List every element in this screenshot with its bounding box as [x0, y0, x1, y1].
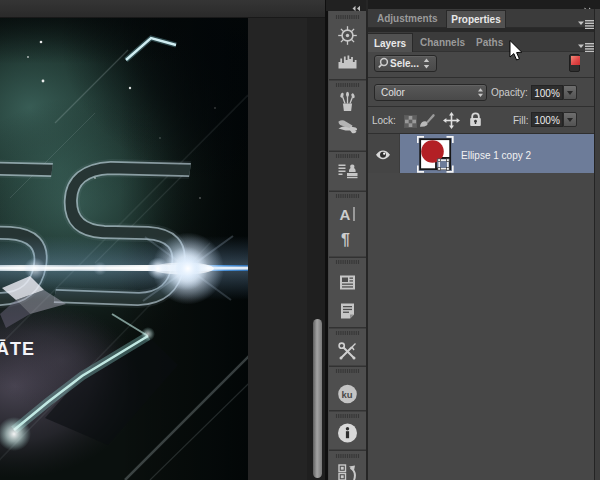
svg-text:ku: ku: [342, 389, 353, 400]
svg-text:A: A: [340, 206, 351, 223]
svg-text:Color: Color: [381, 87, 406, 98]
svg-text:¶: ¶: [341, 231, 350, 248]
svg-text:Sele...: Sele...: [390, 58, 419, 69]
svg-text:ĀTE: ĀTE: [0, 339, 35, 359]
